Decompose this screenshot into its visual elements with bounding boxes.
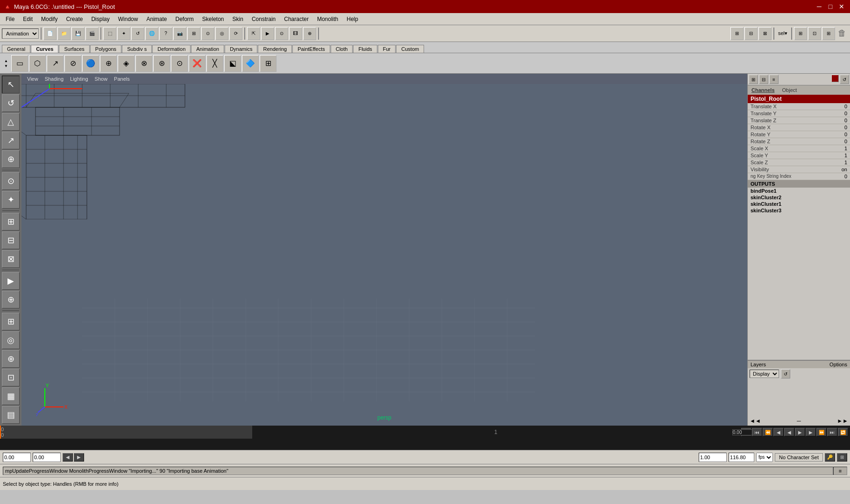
shelf-block[interactable]: ⊘ — [64, 55, 81, 72]
shelf-tab-fur[interactable]: Fur — [378, 45, 396, 53]
menu-modify[interactable]: Modify — [37, 15, 61, 23]
shelf-tool10[interactable]: 🔷 — [242, 55, 259, 72]
tool-snap4[interactable]: ⊡ — [2, 369, 20, 386]
shelf-sphere[interactable]: ⬡ — [29, 55, 46, 72]
toolbar-grid[interactable]: ⊞ — [187, 27, 200, 40]
viewport-menu-shading[interactable]: Shading — [42, 76, 66, 82]
tool-select[interactable]: ↖ — [2, 76, 20, 93]
channel-row-rotatez[interactable]: Rotate Z 0 — [748, 138, 850, 145]
tool-paint[interactable]: ✦ — [2, 191, 20, 209]
toolbar-refresh[interactable]: ⟳ — [229, 27, 242, 40]
shelf-tool1[interactable]: 🔵 — [82, 55, 99, 72]
layers-display-select[interactable]: Display — [750, 370, 779, 378]
timeline-progress[interactable]: 0 0 — [0, 426, 252, 439]
layers-refresh-btn[interactable]: ↺ — [781, 369, 790, 378]
toolbar-shader[interactable]: ⊕ — [303, 27, 316, 40]
shelf-tab-painteffects[interactable]: PaintEffects — [292, 45, 330, 53]
bottom-prev-btn[interactable]: ◀ — [63, 453, 73, 462]
toolbar-extra1[interactable]: ⊞ — [794, 27, 807, 40]
toolbar-new[interactable]: 📄 — [43, 27, 57, 40]
btn-skip-start[interactable]: ⏮ — [752, 428, 762, 436]
shelf-tab-polygons[interactable]: Polygons — [90, 45, 121, 53]
shelf-tab-dynamics[interactable]: Dynamics — [225, 45, 257, 53]
minimize-button[interactable]: ─ — [815, 2, 824, 11]
menu-window[interactable]: Window — [114, 15, 142, 23]
menu-monolith[interactable]: Monolith — [313, 15, 342, 23]
shelf-cube[interactable]: ▭ — [11, 55, 28, 72]
title-controls[interactable]: ─ □ ✕ — [815, 2, 846, 11]
layers-options[interactable]: Options — [829, 362, 847, 367]
channel-row-translatey[interactable]: Translate Y 0 — [748, 110, 850, 117]
tool-show[interactable]: ⊞ — [2, 213, 20, 231]
shelf-tool11[interactable]: ⊞ — [260, 55, 276, 72]
toolbar-open[interactable]: 📁 — [57, 27, 71, 40]
shelf-tab-custom[interactable]: Custom — [396, 45, 424, 53]
layers-scroll-right[interactable]: ►► — [837, 418, 848, 424]
end-frame-input[interactable] — [699, 453, 727, 462]
btn-next-frame[interactable]: ▶ — [806, 428, 816, 436]
sel-label[interactable]: sel▾ — [776, 30, 789, 36]
btn-play-back[interactable]: ◀ — [784, 428, 794, 436]
bottom-next-btn[interactable]: ▶ — [74, 453, 84, 462]
playback-speed-input[interactable] — [729, 453, 754, 462]
toolbar-snap[interactable]: 🌐 — [145, 27, 158, 40]
channel-row-translatex[interactable]: Translate X 0 — [748, 103, 850, 110]
menu-character[interactable]: Character — [280, 15, 312, 23]
shelf-tool4[interactable]: ⊗ — [135, 55, 152, 72]
btn-play[interactable]: ▶ — [795, 428, 805, 436]
menu-create[interactable]: Create — [62, 15, 86, 23]
current-frame-input[interactable] — [33, 453, 61, 462]
btn-prev-key[interactable]: ⏪ — [763, 428, 773, 436]
channel-row-visibility[interactable]: Visibility on — [748, 166, 850, 173]
btn-prev-frame[interactable]: ◀ — [773, 428, 784, 436]
toolbar-render2[interactable]: 🎞 — [289, 27, 302, 40]
viewport-menu-panels[interactable]: Panels — [111, 76, 133, 82]
menu-deform[interactable]: Deform — [171, 15, 197, 23]
shelf-tab-deformation[interactable]: Deformation — [152, 45, 191, 53]
toolbar-layout3[interactable]: ⊠ — [758, 27, 772, 40]
start-frame-input[interactable] — [3, 453, 31, 462]
channel-tab-object[interactable]: Object — [779, 86, 800, 94]
toolbar-trash[interactable]: 🗑 — [836, 28, 848, 38]
btn-loop[interactable]: 🔁 — [838, 428, 848, 436]
shelf-tool5[interactable]: ⊛ — [153, 55, 170, 72]
toolbar-camera[interactable]: 📷 — [173, 27, 186, 40]
rpanel-icon-4[interactable]: ↺ — [840, 75, 849, 84]
toolbar-paint[interactable]: ↺ — [131, 27, 144, 40]
toolbar-magnet[interactable]: ⊙ — [201, 27, 214, 40]
toolbar-render[interactable]: 🎬 — [85, 27, 99, 40]
speed-unit-select[interactable]: fps — [756, 453, 773, 462]
toolbar-key[interactable]: ▶ — [261, 27, 274, 40]
shelf-tab-curves[interactable]: Curves — [31, 45, 58, 53]
shelf-tool3[interactable]: ◈ — [118, 55, 135, 72]
channel-row-scaley[interactable]: Scale Y 1 — [748, 152, 850, 159]
output-skincluster2[interactable]: skinCluster2 — [748, 194, 850, 201]
shelf-tab-cloth[interactable]: Cloth — [331, 45, 353, 53]
channel-row-translatez[interactable]: Translate Z 0 — [748, 117, 850, 124]
shelf-tool6[interactable]: ⊙ — [171, 55, 188, 72]
menu-display[interactable]: Display — [87, 15, 113, 23]
rpanel-color[interactable] — [831, 75, 839, 82]
expand-btn[interactable]: ⊞ — [837, 453, 847, 462]
menu-skeleton[interactable]: Skeleton — [198, 15, 228, 23]
channel-row-rotatex[interactable]: Rotate X 0 — [748, 124, 850, 131]
tool-snap3[interactable]: ⊕ — [2, 350, 20, 368]
tool-move[interactable]: ↗ — [2, 132, 20, 149]
close-button[interactable]: ✕ — [837, 2, 846, 11]
shelf-scroll-left[interactable]: ▲ ▼ — [2, 59, 10, 68]
tool-scale[interactable]: △ — [2, 113, 20, 131]
menu-edit[interactable]: Edit — [19, 15, 36, 23]
tool-softmod[interactable]: ⊙ — [2, 172, 20, 190]
menu-animate[interactable]: Animate — [142, 15, 170, 23]
shelf-tool2[interactable]: ⊕ — [100, 55, 117, 72]
tool-render[interactable]: ▶ — [2, 272, 20, 290]
toolbar-xform[interactable]: ⇱ — [247, 27, 260, 40]
shelf-arrow[interactable]: ↗ — [47, 55, 64, 72]
timeline-bar[interactable]: 0 0 1 ⏮ ⏪ ◀ ◀ ▶ ▶ ⏩ ⏭ 🔁 — [0, 426, 850, 439]
output-skincluster3[interactable]: skinCluster3 — [748, 207, 850, 214]
channel-row-ngkey[interactable]: ng Key String Index 0 — [748, 173, 850, 180]
toolbar-save[interactable]: 💾 — [71, 27, 85, 40]
tool-snap2[interactable]: ◎ — [2, 331, 20, 349]
channel-row-scalez[interactable]: Scale Z 1 — [748, 159, 850, 166]
tool-hypergraph[interactable]: ⊠ — [2, 250, 20, 268]
